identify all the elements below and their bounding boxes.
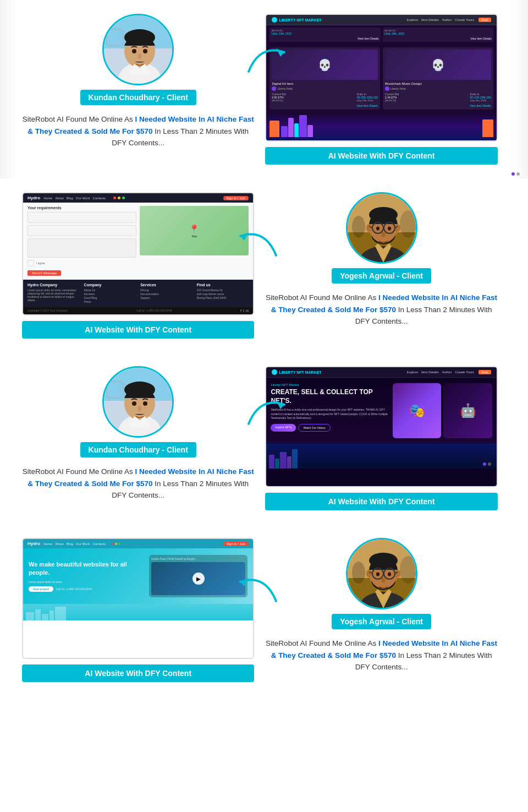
section2-profile-image [346, 192, 417, 264]
hydro-form-section: Your requirements I agree Send A Message [23, 203, 253, 280]
nft-card-2-title: Blockchain Music Design [385, 82, 491, 85]
section4-profile-image [346, 538, 417, 609]
nft-nav-2: LIBERTY NFT MARKET Explore Item Details … [266, 367, 496, 378]
section2-left-panel: Hydro Home About Blog Our Work Contacts … [22, 192, 254, 339]
nft-nav-link-details[interactable]: Item Details [421, 18, 439, 21]
section2-desc-prefix: SiteRobot AI Found Me Online As [266, 293, 378, 302]
svg-marker-34 [276, 401, 284, 409]
play-icon[interactable]: ▶ [193, 573, 205, 585]
hydro-footer-services-col: Services Pricing Documentation Support [140, 283, 193, 304]
section2-website-preview: Hydro Home About Blog Our Work Contacts … [22, 192, 254, 315]
section-3: Kundan Choudhary - Client SiteRobot AI F… [0, 352, 528, 524]
hydro-nav-1: Hydro Home About Blog Our Work Contacts … [23, 193, 253, 203]
nft-logo-1: LIBERTY NFT MARKET [272, 17, 321, 23]
hydro-hp-home[interactable]: Home [43, 542, 52, 546]
hydro-nav-about[interactable]: About [55, 197, 64, 200]
svg-point-7 [143, 49, 147, 53]
dot-inactive-2 [488, 462, 491, 466]
hydro-footer-item-team: the team [84, 292, 136, 296]
hydro-nav-contacts[interactable]: Contacts [92, 197, 106, 200]
nft-card-1-title: Digital Art Item [272, 82, 378, 85]
nft-nav-details-2[interactable]: Item Details [421, 370, 439, 374]
nft-cta-btn-1[interactable]: Start [479, 18, 491, 22]
nft-cta-btn-2[interactable]: Start [479, 370, 491, 374]
section3-description: SiteRobot AI Found Me Online As I Needed… [22, 466, 254, 502]
hydro-social-tw[interactable]: t [243, 309, 244, 313]
nft-nav-link-author[interactable]: Author [442, 18, 452, 21]
svg-marker-10 [240, 232, 249, 241]
hydro-hp-cta-area: Start project Call Us: (+486) 345-000-00… [29, 586, 145, 592]
hydro-hp-work[interactable]: Our Work [76, 542, 90, 546]
hydro-hp-start-btn[interactable]: Start project [29, 586, 53, 592]
hydro-nav-links-1: Home About Blog Our Work Contacts [43, 197, 106, 200]
section4-left-panel: Hydro Home About Blog Our Work Contacts … [22, 538, 254, 682]
hydro-social-icons: f t in [240, 309, 249, 313]
hydro-footer-company-title: Hydro Company [28, 283, 80, 287]
section2-name-label: Yogesh Agrwal - Client [332, 268, 431, 284]
hydro-nav-blog[interactable]: Blog [67, 197, 73, 200]
svg-point-48 [376, 573, 380, 576]
city-b2 [275, 459, 279, 468]
browser-dot-r [112, 543, 114, 545]
hydro-nav-work[interactable]: Our Work [76, 197, 90, 200]
section1-profile-area: Kundan Choudhary - Client [22, 14, 254, 105]
hydro-logo-1: Hydro [28, 195, 40, 200]
hydro-hp-about[interactable]: About [55, 542, 64, 546]
hydro-hp-contacts[interactable]: Contacts [92, 542, 106, 546]
nft-card-1-author: Liberty Artist [272, 86, 378, 91]
hydro-footer-bottom-1: Copyright © 2017 Your Company Call us: (… [23, 307, 253, 314]
nft-cards-container: 💀 Digital Art Item Liberty Artist Curren… [266, 44, 496, 113]
hydro-submit-btn[interactable]: Send A Message [28, 270, 61, 276]
nft-nav-author-2[interactable]: Author [442, 370, 452, 374]
svg-rect-8 [107, 29, 123, 46]
hydro-map-content: 📍 Map [189, 224, 200, 238]
hydro-form: Your requirements I agree Send A Message [28, 206, 136, 276]
section4-desc-prefix: SiteRobot AI Found Me Online As [266, 639, 378, 647]
browser-dot-y [115, 543, 117, 545]
nft-watch-btn[interactable]: Watch Our Videos [298, 424, 330, 432]
hydro-map-label: Map [189, 235, 200, 238]
nft-price-rows: ($8,600.00) LIbily 19th, 2022 View Item … [266, 25, 496, 44]
hydro-social-in[interactable]: in [246, 309, 249, 313]
hydro-signin-1[interactable]: Sign In / Join [223, 196, 249, 200]
building-3 [288, 118, 294, 137]
svg-point-19 [366, 224, 372, 232]
svg-rect-33 [107, 382, 123, 398]
hydro-hp-video-thumb[interactable]: ▶ [151, 562, 245, 595]
hydro-hp-bottom [23, 604, 253, 620]
browser-controls [113, 197, 125, 199]
hydro-input-1[interactable] [28, 212, 136, 223]
hydro-social-fb[interactable]: f [240, 309, 241, 313]
hydro-input-2[interactable] [28, 225, 136, 236]
nft-nav-link-create[interactable]: Create Yours [455, 18, 474, 21]
building-2 [281, 126, 288, 137]
hydro-phone: Call us: (+486) 515-000-0044 [136, 309, 172, 313]
hydro-hp-signin-1[interactable]: Sign In / Join [223, 542, 249, 546]
hydro-footer-findus-title: Find us [197, 283, 249, 287]
section1-website-label: AI Website With DFY Content [265, 147, 497, 165]
city-b5 [292, 449, 298, 468]
nft-card-1-link[interactable]: View Item Details [272, 104, 378, 107]
hydro-footer-address-1: 222 Grand Marina St, [197, 288, 249, 292]
hydro-hp-browser-dots [112, 543, 120, 545]
nft-nav-link-explore[interactable]: Explore [407, 18, 418, 21]
hydro-hp-blog[interactable]: Blog [67, 542, 73, 546]
hydro-nav-home[interactable]: Home [43, 197, 52, 200]
hydro-form-title: Your requirements [28, 206, 136, 210]
hp-building-4 [50, 611, 54, 620]
nft-dots-2 [483, 462, 491, 466]
nft-card-2-link[interactable]: View Item Details [385, 104, 491, 107]
hydro-checkbox[interactable] [28, 260, 34, 266]
hydro-footer-services-title: Services [140, 283, 193, 287]
section4-arrow [232, 568, 282, 609]
svg-point-23 [376, 227, 380, 231]
hydro-footer-address-2: with map theme name [197, 292, 249, 296]
nft-nav-explore-2[interactable]: Explore [407, 370, 418, 374]
section1-arrow [243, 39, 293, 79]
hydro-textarea[interactable] [28, 238, 136, 258]
side-bg-left [0, 0, 16, 178]
nft-hero-img-2-content: 🤖 [443, 383, 492, 438]
browser-dot-g [118, 543, 120, 545]
nft-hero-img-2: 🤖 [443, 383, 492, 438]
nft-nav-create-2[interactable]: Create Yours [455, 370, 474, 374]
